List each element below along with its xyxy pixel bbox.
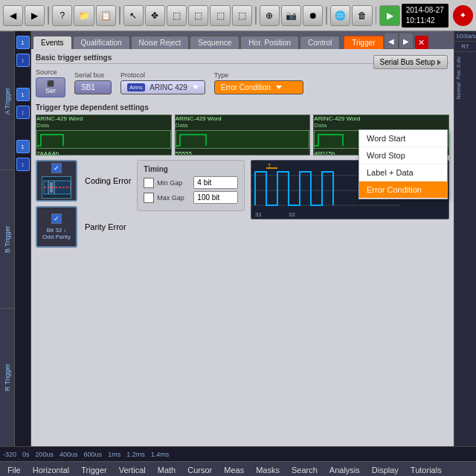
help-button[interactable]: ?	[52, 5, 72, 26]
logo: ✦	[453, 5, 473, 26]
svg-text:32: 32	[289, 211, 295, 218]
menu-file[interactable]: File	[1, 464, 27, 476]
coding-error-diagram	[42, 176, 71, 199]
b-trigger-label: B Trigger	[0, 170, 14, 308]
trigger-tab-group: Trigger ◀ ▶ ✕	[344, 33, 428, 49]
network-button[interactable]: 🌐	[330, 5, 350, 26]
type-dropdown-menu: Word Start Word Stop Label + Data Error …	[358, 129, 448, 199]
tab-hor-position[interactable]: Hor. Position	[240, 36, 299, 49]
dropdown-word-stop[interactable]: Word Stop	[359, 147, 447, 164]
source-selector[interactable]: ⬛ Ser	[36, 77, 65, 97]
reading-600us: 600us	[84, 451, 103, 458]
coding-check-item: ✓	[51, 163, 62, 173]
forward-button[interactable]: ▶	[25, 5, 45, 26]
r-trigger-label: R Trigger	[0, 308, 14, 446]
strip1-value: 2AAAAh	[36, 150, 171, 155]
type-selector[interactable]: Error Condition	[214, 80, 303, 94]
protocol-group: Protocol Arinc ARINC 429	[120, 71, 205, 94]
folder-button[interactable]: 📁	[74, 5, 94, 26]
tab-prev-button[interactable]: ◀	[384, 33, 399, 49]
right-panel: 1GSa/s RT Pos: 0 div Normal	[454, 31, 476, 446]
screen-button[interactable]: ⊕	[260, 5, 280, 26]
max-gap-checkbox[interactable]	[144, 193, 154, 203]
normal-display: Normal	[454, 81, 476, 101]
tool5-button[interactable]: ⬚	[232, 5, 252, 26]
serial-bus-selector[interactable]: SB1	[74, 80, 112, 94]
parity-checkbox[interactable]: ✓	[51, 213, 62, 224]
sample-rate: 1GSa/s	[454, 31, 476, 42]
tab-control[interactable]: Control	[300, 36, 340, 49]
toolbar: ◀ ▶ ? 📁 📋 ↖ ✥ ⬚ ⬚ ⬚ ⬚ ⊕ 📷 ⏺ 🌐 🗑 ▶ 2014-0…	[0, 0, 476, 31]
ch1-button[interactable]: 1	[16, 36, 30, 49]
timing-section: Timing Min Gap Max Gap	[137, 160, 245, 211]
max-gap-label: Max Gap	[157, 194, 190, 202]
tab-trigger[interactable]: Trigger	[344, 36, 383, 49]
camera-button[interactable]: 📷	[281, 5, 301, 26]
tab-next-button[interactable]: ▶	[399, 33, 414, 49]
back-button[interactable]: ◀	[3, 5, 23, 26]
menu-math[interactable]: Math	[152, 464, 181, 476]
green-button[interactable]: ▶	[379, 5, 399, 26]
dropdown-label-data[interactable]: Label + Data	[359, 164, 447, 181]
coding-error-label: Coding Error	[85, 176, 131, 185]
sep1	[48, 7, 49, 25]
source-group: Source ⬛ Ser	[36, 68, 65, 97]
max-gap-row: Max Gap	[144, 191, 238, 204]
copy-button[interactable]: 📋	[96, 5, 116, 26]
strip2-value: 55555...	[176, 150, 310, 155]
record-button[interactable]: ⏺	[303, 5, 323, 26]
ch3-button[interactable]: 1	[16, 88, 30, 101]
tab-noise-reject[interactable]: Noise Reject	[131, 36, 190, 49]
menu-vertical[interactable]: Vertical	[113, 464, 152, 476]
protocol-selector[interactable]: Arinc ARINC 429	[120, 80, 205, 94]
strip1-label: ARINC-429 Word	[36, 115, 171, 122]
min-gap-checkbox[interactable]	[144, 178, 154, 188]
bottom-readings-bar: -320 0s 200us 400us 600us 1ms 1.2ms 1.4m…	[0, 446, 476, 461]
menu-horizontal[interactable]: Horizontal	[27, 464, 76, 476]
main-area: A Trigger B Trigger R Trigger 1 ↕ 1 ↕ 1 …	[0, 31, 476, 446]
tab-sequence[interactable]: Sequence	[190, 36, 239, 49]
min-gap-input[interactable]	[193, 176, 238, 189]
tab-qualification[interactable]: Qualification	[73, 36, 130, 49]
menubar: File Horizontal Trigger Vertical Math Cu…	[0, 461, 476, 476]
timing-title: Timing	[144, 165, 238, 173]
tool1-button[interactable]: ✥	[145, 5, 165, 26]
dropdown-word-start[interactable]: Word Start	[359, 130, 447, 147]
ch2-button[interactable]: ↕	[16, 54, 30, 67]
menu-meas[interactable]: Meas	[218, 464, 250, 476]
max-gap-input[interactable]	[193, 191, 238, 204]
menu-tutorials[interactable]: Tutorials	[405, 464, 448, 476]
type-dropdown-icon	[276, 86, 282, 89]
menu-cursor[interactable]: Cursor	[181, 464, 218, 476]
menu-search[interactable]: Search	[286, 464, 324, 476]
reading-320: -320	[3, 451, 16, 458]
dropdown-error-condition[interactable]: Error Condition	[359, 181, 447, 199]
tab-bar: Events Qualification Noise Reject Sequen…	[31, 31, 454, 49]
svg-text:31: 31	[255, 211, 262, 218]
menu-display[interactable]: Display	[366, 464, 405, 476]
tool2-button[interactable]: ⬚	[167, 5, 187, 26]
parity-check-item: ✓	[51, 213, 62, 224]
menu-trigger[interactable]: Trigger	[75, 464, 112, 476]
cursor-button[interactable]: ↖	[123, 5, 144, 26]
tool4-button[interactable]: ⬚	[210, 5, 230, 26]
serial-bus-setup-button[interactable]: Serial Bus Setup	[373, 55, 448, 69]
protocol-dropdown-icon	[193, 86, 199, 89]
settings-row: Source ⬛ Ser Serial bus SB1 Protocol Ari…	[36, 68, 449, 97]
tab-events[interactable]: Events	[33, 36, 72, 49]
tab-close-button[interactable]: ✕	[415, 36, 428, 49]
delete-button[interactable]: 🗑	[352, 5, 372, 26]
tool3-button[interactable]: ⬚	[188, 5, 208, 26]
reading-1ms: 1ms	[108, 451, 120, 458]
coding-checkbox[interactable]: ✓	[51, 163, 62, 173]
ch4-button[interactable]: ↕	[16, 106, 30, 119]
serial-bus-group: Serial bus SB1	[74, 71, 112, 94]
ch5-button[interactable]: 1	[16, 140, 30, 153]
reading-200us: 200us	[36, 451, 54, 458]
menu-masks[interactable]: Masks	[250, 464, 286, 476]
source-icon-symbol: ⬛	[41, 80, 60, 87]
menu-analysis[interactable]: Analysis	[324, 464, 366, 476]
reading-12ms: 1.2ms	[126, 451, 145, 458]
type-label: Type	[214, 71, 303, 79]
ch6-button[interactable]: ↕	[16, 158, 30, 171]
